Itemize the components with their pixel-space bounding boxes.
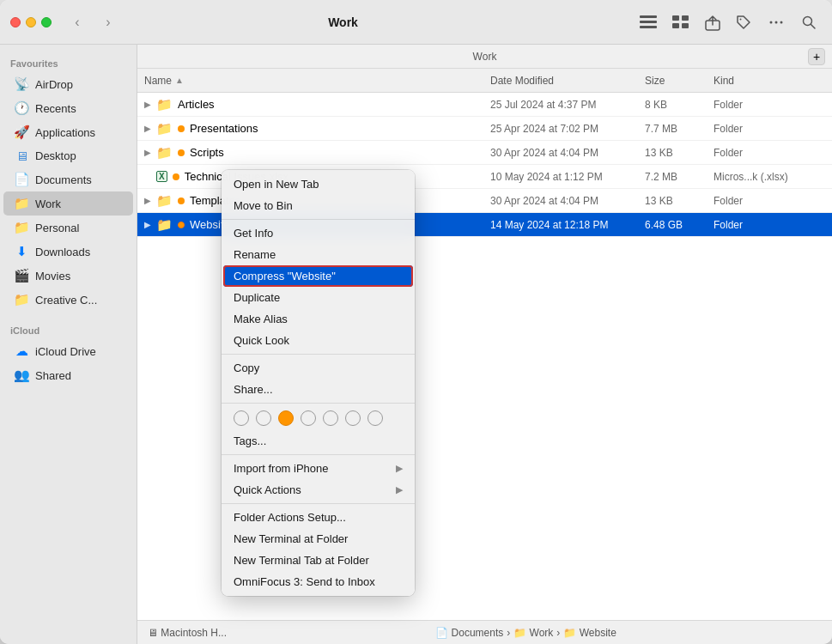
sidebar-item-desktop[interactable]: 🖥 Desktop (3, 144, 133, 167)
svg-rect-6 (682, 23, 689, 28)
sidebar-item-downloads[interactable]: ⬇ Downloads (3, 240, 133, 264)
ctx-new-terminal-tab[interactable]: New Terminal Tab at Folder (222, 550, 415, 571)
ctx-label: Copy (234, 361, 259, 374)
ctx-import-iphone[interactable]: Import from iPhone ▶ (222, 458, 415, 479)
folder-icon: 📁 (156, 121, 173, 137)
toolbar-right (635, 10, 822, 34)
separator (222, 219, 415, 220)
expand-arrow[interactable]: ▶ (144, 196, 156, 205)
more-button[interactable] (762, 11, 791, 33)
svg-rect-3 (672, 15, 679, 21)
sidebar-item-personal[interactable]: 📁 Personal (3, 216, 133, 240)
table-row[interactable]: ▶ 📁 Presentations 25 Apr 2024 at 7:02 PM… (137, 117, 832, 141)
file-kind: Micros...k (.xlsx) (714, 171, 825, 183)
ctx-label: Quick Actions (234, 483, 301, 496)
ctx-label: Quick Look (234, 334, 289, 347)
sidebar: Favourites 📡 AirDrop 🕐 Recents 🚀 Applica… (0, 45, 137, 644)
share-button[interactable] (700, 10, 726, 34)
ctx-duplicate[interactable]: Duplicate (222, 287, 415, 308)
expand-arrow[interactable]: ▶ (144, 100, 156, 109)
tag-dot-empty5[interactable] (345, 410, 361, 426)
close-button[interactable] (10, 17, 21, 27)
ctx-share[interactable]: Share... (222, 379, 415, 400)
minimize-button[interactable] (26, 17, 36, 27)
tag-dot-orange[interactable] (278, 410, 294, 426)
sidebar-item-label: Creative C... (35, 294, 97, 307)
expand-arrow[interactable]: ▶ (144, 124, 156, 133)
svg-rect-4 (682, 15, 689, 21)
ctx-label: Import from iPhone (234, 462, 329, 475)
col-header-name[interactable]: Name ▲ (144, 75, 490, 87)
ctx-make-alias[interactable]: Make Alias (222, 308, 415, 330)
date-modified: 30 Apr 2024 at 4:04 PM (490, 147, 645, 159)
separator (222, 503, 415, 504)
ctx-get-info[interactable]: Get Info (222, 222, 415, 244)
ctx-omnifocus[interactable]: OmniFocus 3: Send to Inbox (222, 571, 415, 592)
ctx-compress[interactable]: Compress "Website" (223, 265, 413, 287)
sidebar-item-creative[interactable]: 📁 Creative C... (3, 288, 133, 312)
ctx-move-to-bin[interactable]: Move to Bin (222, 195, 415, 216)
sidebar-item-icloud-drive[interactable]: ☁ iCloud Drive (3, 339, 133, 363)
sort-arrow: ▲ (175, 76, 184, 85)
svg-point-11 (780, 21, 783, 23)
sidebar-item-movies[interactable]: 🎬 Movies (3, 264, 133, 288)
desktop-icon: 🖥 (14, 149, 29, 163)
tag-dot-empty6[interactable] (367, 410, 383, 426)
grid-view-button[interactable] (667, 12, 695, 33)
file-name: Scripts (190, 146, 224, 159)
traffic-lights (10, 17, 52, 27)
sidebar-item-applications[interactable]: 🚀 Applications (3, 120, 133, 144)
ctx-label: Move to Bin (234, 199, 293, 212)
file-kind: Folder (714, 147, 825, 159)
date-modified: 30 Apr 2024 at 4:04 PM (490, 195, 645, 207)
sidebar-item-shared[interactable]: 👥 Shared (3, 363, 133, 387)
breadcrumb-documents: 📄 Documents (435, 627, 503, 639)
list-view-button[interactable] (635, 12, 662, 33)
sidebar-item-work[interactable]: 📁 Work (3, 191, 133, 216)
file-name: Articles (178, 98, 215, 111)
expand-arrow[interactable]: ▶ (144, 148, 156, 157)
sidebar-item-recents[interactable]: 🕐 Recents (3, 96, 133, 120)
ctx-label: New Terminal at Folder (234, 532, 348, 545)
file-name: Presentations (190, 122, 258, 135)
tag-dot-empty2[interactable] (256, 410, 271, 426)
col-header-date[interactable]: Date Modified (490, 75, 645, 87)
table-row[interactable]: ▶ 📁 Scripts 30 Apr 2024 at 4:04 PM 13 KB… (137, 141, 832, 165)
sidebar-item-documents[interactable]: 📄 Documents (3, 167, 133, 191)
search-button[interactable] (796, 11, 822, 33)
svg-point-9 (770, 21, 773, 23)
expand-arrow[interactable]: ▶ (144, 220, 156, 229)
ctx-tags[interactable]: Tags... (222, 430, 415, 452)
ctx-folder-actions[interactable]: Folder Actions Setup... (222, 507, 415, 528)
recents-icon: 🕐 (14, 100, 29, 116)
personal-icon: 📁 (14, 220, 29, 235)
window-title: Work (58, 15, 628, 29)
date-modified: 25 Apr 2024 at 7:02 PM (490, 123, 645, 135)
ctx-new-terminal[interactable]: New Terminal at Folder (222, 528, 415, 550)
tag-button[interactable] (731, 11, 756, 33)
table-row[interactable]: ▶ 📁 Articles 25 Jul 2024 at 4:37 PM 8 KB… (137, 93, 832, 117)
add-button[interactable]: + (808, 48, 825, 65)
ctx-open-new-tab[interactable]: Open in New Tab (222, 173, 415, 195)
folder-icon: 📁 (156, 97, 173, 112)
ctx-quick-actions[interactable]: Quick Actions ▶ (222, 479, 415, 501)
xlsx-icon: X (156, 171, 167, 182)
svg-rect-2 (640, 26, 657, 28)
maximize-button[interactable] (41, 17, 52, 27)
ctx-tags-row (222, 406, 415, 430)
tag-dot-empty4[interactable] (323, 410, 338, 426)
ctx-copy[interactable]: Copy (222, 357, 415, 379)
separator (222, 354, 415, 355)
ctx-quick-look[interactable]: Quick Look (222, 330, 415, 351)
folder-icon: 📁 (156, 193, 173, 209)
ctx-rename[interactable]: Rename (222, 244, 415, 265)
date-modified: 25 Jul 2024 at 4:37 PM (490, 99, 645, 111)
tag-dot-empty1[interactable] (234, 410, 249, 426)
breadcrumb-work: 📁 Work (513, 627, 553, 639)
ctx-label: Share... (234, 383, 273, 396)
sidebar-item-label: Work (35, 197, 61, 210)
col-header-size[interactable]: Size (645, 75, 714, 87)
tag-dot-empty3[interactable] (301, 410, 316, 426)
sidebar-item-airdrop[interactable]: 📡 AirDrop (3, 72, 133, 96)
col-header-kind[interactable]: Kind (714, 75, 825, 87)
